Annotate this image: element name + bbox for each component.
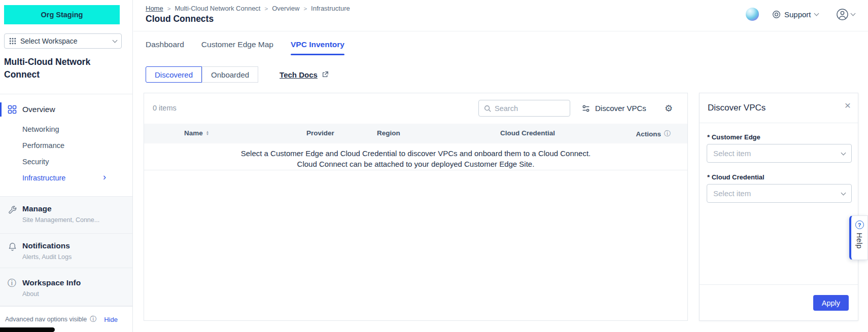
sidebar-item-sublabel: About <box>22 290 39 298</box>
segment-control: Discovered Onboarded Tech Docs <box>146 66 329 83</box>
panel-title: Discover VPCs <box>708 103 766 113</box>
breadcrumb-home[interactable]: Home <box>146 5 163 12</box>
wrench-icon <box>8 205 17 215</box>
search-input[interactable] <box>495 104 565 113</box>
chevron-right-icon: › <box>103 172 106 182</box>
info-icon[interactable]: ⓘ <box>664 129 671 138</box>
overview-grid-icon <box>8 105 17 114</box>
close-icon[interactable]: × <box>845 100 851 110</box>
tech-docs-link[interactable]: Tech Docs <box>280 70 329 79</box>
workspace-title: Multi-Cloud Network Connect <box>4 56 112 81</box>
sidebar-item-manage[interactable]: Manage Site Management, Conne... <box>0 196 132 233</box>
help-tab[interactable]: ? Help <box>849 215 868 260</box>
select-placeholder: Select item <box>713 189 751 198</box>
column-label: Region <box>377 129 400 137</box>
external-link-icon <box>322 71 329 78</box>
column-label: Name <box>184 129 203 137</box>
tab-vpc-inventory[interactable]: VPC Inventory <box>291 40 344 55</box>
chevron-down-icon <box>814 11 819 16</box>
sidebar-item-infrastructure[interactable]: Infrastructure › <box>0 170 132 186</box>
sidebar-item-networking[interactable]: Networking <box>0 121 132 137</box>
table-header-row: Name ▲▼ Provider Region Cloud Credential… <box>144 124 687 143</box>
chevron-down-icon <box>113 38 118 43</box>
search-icon <box>484 105 491 112</box>
sidebar-item-security[interactable]: Security <box>0 154 132 170</box>
advanced-nav-text: Advanced nav options visible <box>5 316 87 323</box>
panel-divider <box>700 123 858 123</box>
info-icon: ⓘ <box>8 279 16 287</box>
sidebar-item-label: Networking <box>22 125 59 133</box>
customer-edge-field-label: * Customer Edge <box>707 133 760 141</box>
workspace-grid-icon <box>9 38 16 45</box>
column-header-cloud-credential: Cloud Credential <box>500 129 555 137</box>
help-question-icon: ? <box>855 220 864 229</box>
topbar-divider <box>133 31 868 31</box>
segment-discovered[interactable]: Discovered <box>146 66 202 83</box>
hide-nav-link[interactable]: Hide <box>104 316 118 323</box>
breadcrumb-separator: > <box>264 6 268 12</box>
column-header-name[interactable]: Name ▲▼ <box>184 129 209 137</box>
help-tab-label: Help <box>855 233 863 249</box>
support-label: Support <box>784 10 811 19</box>
sidebar-item-workspace-info[interactable]: ⓘ Workspace Info About <box>0 268 132 306</box>
tab-customer-edge-map[interactable]: Customer Edge Map <box>201 40 273 55</box>
sidebar-item-sublabel: Site Management, Conne... <box>22 216 99 224</box>
active-nav-indicator <box>0 102 2 117</box>
discover-vpcs-panel: Discover VPCs × * Customer Edge Select i… <box>699 93 858 321</box>
column-label: Cloud Credential <box>500 129 555 137</box>
sidebar-item-overview[interactable]: Overview <box>0 101 132 118</box>
sidebar-item-label: Overview <box>22 105 55 114</box>
field-label-text: Cloud Credential <box>712 173 765 181</box>
bell-icon <box>8 242 17 251</box>
required-asterisk: * <box>707 133 710 141</box>
sidebar-item-label: Notifications <box>22 241 70 250</box>
support-menu[interactable]: Support <box>772 7 818 21</box>
column-header-actions: Actions ⓘ <box>636 129 671 138</box>
sidebar-item-performance[interactable]: Performance <box>0 137 132 154</box>
cloud-credential-select[interactable]: Select item <box>707 184 852 203</box>
account-menu[interactable] <box>836 7 855 21</box>
assistant-orb-button[interactable] <box>746 8 759 21</box>
info-icon: ⓘ <box>90 315 96 324</box>
search-box[interactable] <box>478 100 570 117</box>
sidebar-item-label: Manage <box>22 204 52 213</box>
apply-button[interactable]: Apply <box>813 295 849 311</box>
tab-dashboard[interactable]: Dashboard <box>146 40 184 55</box>
sidebar-item-label: Security <box>22 158 49 166</box>
sidebar-item-label: Workspace Info <box>22 278 81 287</box>
empty-state-line-2: Cloud Connect can be attached to your de… <box>144 159 687 169</box>
user-icon <box>836 8 849 21</box>
column-header-provider: Provider <box>306 129 334 137</box>
discover-vpcs-label: Discover VPCs <box>595 104 646 113</box>
chevron-down-icon <box>841 190 846 195</box>
org-staging-button[interactable]: Org Staging <box>4 5 120 24</box>
workspace-selector[interactable]: Select Workspace <box>4 33 122 49</box>
panel-footer-divider <box>700 284 858 285</box>
segment-onboarded[interactable]: Onboarded <box>202 66 258 83</box>
breadcrumb-infrastructure[interactable]: Infrastructure <box>311 5 350 12</box>
breadcrumb-overview[interactable]: Overview <box>272 5 299 12</box>
tech-docs-label: Tech Docs <box>280 70 318 79</box>
cloud-credential-field-label: * Cloud Credential <box>707 173 765 181</box>
breadcrumb-separator: > <box>167 6 171 12</box>
customer-edge-select[interactable]: Select item <box>707 144 852 163</box>
sidebar-subnav: Networking Performance Security Infrastr… <box>0 121 132 186</box>
taskbar-peek <box>0 327 55 332</box>
empty-state: Select a Customer Edge and Cloud Credent… <box>144 143 687 170</box>
sort-icon: ▲▼ <box>206 130 209 135</box>
items-count: 0 items <box>153 104 177 112</box>
sidebar-item-notifications[interactable]: Notifications Alerts, Audit Logs <box>0 233 132 268</box>
sidebar-item-sublabel: Alerts, Audit Logs <box>22 253 72 261</box>
column-label: Provider <box>306 129 334 137</box>
tab-bar: Dashboard Customer Edge Map VPC Inventor… <box>146 40 344 55</box>
field-label-text: Customer Edge <box>712 133 760 141</box>
chevron-down-icon <box>851 11 856 16</box>
gear-icon[interactable]: ⚙ <box>665 100 673 117</box>
sidebar-item-label: Performance <box>22 141 64 150</box>
empty-state-line-1: Select a Customer Edge and Cloud Credent… <box>144 148 687 159</box>
app-root: Org Staging Select Workspace Multi-Cloud… <box>0 0 868 332</box>
select-placeholder: Select item <box>713 149 751 158</box>
breadcrumb-workspace[interactable]: Multi-Cloud Network Connect <box>175 5 260 12</box>
discover-sliders-icon <box>582 104 590 113</box>
discover-vpcs-button[interactable]: Discover VPCs <box>582 100 646 117</box>
